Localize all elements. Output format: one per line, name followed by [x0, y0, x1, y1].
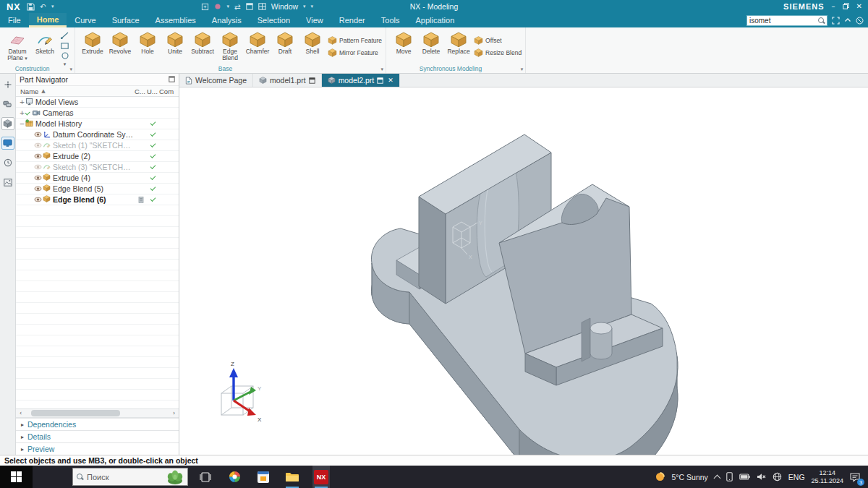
datum-plane-button[interactable]: Datum Plane ▾	[4, 29, 31, 62]
revolve-button[interactable]: Revolve	[106, 29, 134, 55]
weather-text[interactable]: 5°C Sunny	[672, 473, 708, 481]
close-button[interactable]: ✕	[856, 3, 862, 10]
image-gallery-icon[interactable]	[1, 176, 14, 189]
undock-panel-icon[interactable]	[169, 75, 175, 84]
visibility-eye-icon[interactable]	[34, 197, 42, 202]
tree-row[interactable]: Sketch (1) "SKETCH_000"	[16, 140, 179, 151]
tree-row[interactable]: −Model History	[16, 119, 179, 129]
tab-file[interactable]: File	[0, 13, 29, 27]
start-button[interactable]	[0, 466, 33, 488]
calendar-app-icon[interactable]	[255, 466, 272, 488]
hole-button[interactable]: Hole	[134, 29, 161, 55]
scrollbar-thumb[interactable]	[31, 410, 120, 416]
suppress-check-icon[interactable]	[150, 196, 156, 202]
suppress-check-icon[interactable]	[150, 174, 156, 180]
column-name[interactable]: Name	[20, 87, 38, 95]
tree-row-label[interactable]: Extrude (2)	[53, 152, 135, 160]
window-menu-label[interactable]: Window	[271, 2, 298, 11]
tab-home[interactable]: Home	[29, 13, 67, 27]
task-view-button[interactable]	[197, 466, 214, 488]
assembly-navigator-icon[interactable]	[1, 98, 14, 111]
command-finder[interactable]: isomet	[746, 15, 827, 26]
tree-row[interactable]: +Model Views	[16, 97, 179, 108]
section-preview[interactable]: ▸Preview	[16, 442, 179, 455]
tab-tools[interactable]: Tools	[373, 13, 408, 27]
document-tab-model1.prt[interactable]: model1.prt	[253, 74, 322, 87]
expander-icon[interactable]: −	[19, 120, 25, 127]
resize-blend-button[interactable]: Resize Blend	[474, 46, 522, 59]
horizontal-scrollbar[interactable]: ‹ ›	[16, 408, 179, 418]
tree-row-label[interactable]: Datum Coordinate Syste...	[53, 130, 135, 139]
tab-application[interactable]: Application	[407, 13, 462, 27]
part-navigator-icon[interactable]	[1, 117, 14, 130]
document-tab-model2.prt[interactable]: model2.prt✕	[322, 74, 400, 87]
suppress-check-icon[interactable]	[150, 120, 156, 126]
tree-row-label[interactable]: Sketch (3) "SKETCH_001"	[53, 163, 135, 171]
battery-icon[interactable]	[739, 474, 750, 480]
tree-row[interactable]: +Cameras	[16, 108, 179, 119]
suppress-check-icon[interactable]	[150, 153, 156, 158]
visibility-eye-icon[interactable]	[34, 142, 42, 148]
save-icon[interactable]	[27, 3, 35, 11]
section-details[interactable]: ▸Details	[16, 430, 179, 442]
tree-row-label[interactable]: Sketch (1) "SKETCH_000"	[53, 141, 135, 150]
tree-row[interactable]: Extrude (2)	[16, 151, 179, 162]
tab-assemblies[interactable]: Assemblies	[148, 13, 204, 27]
tree-row[interactable]: Edge Blend (5)	[16, 184, 179, 194]
tree-row[interactable]: Extrude (4)	[16, 173, 179, 184]
document-tab-welcome-page[interactable]: Welcome Page	[179, 74, 253, 87]
restore-button[interactable]	[843, 3, 849, 11]
new-window-icon[interactable]	[246, 3, 253, 10]
move-button[interactable]: Move	[390, 29, 417, 55]
window-layout-icon[interactable]	[258, 3, 266, 10]
weather-icon[interactable]	[655, 471, 665, 482]
tree-row[interactable]: Datum Coordinate Syste...	[16, 129, 179, 140]
tab-curve[interactable]: Curve	[67, 13, 103, 27]
taskbar-search[interactable]: Поиск	[72, 468, 188, 486]
taskbar-search-placeholder[interactable]: Поиск	[87, 473, 163, 481]
window-menu-caret[interactable]: ▾	[303, 4, 306, 9]
profile-icon[interactable]	[61, 31, 69, 40]
tray-expand-icon[interactable]	[713, 474, 720, 481]
tab-selection[interactable]: Selection	[250, 13, 298, 27]
volume-muted-icon[interactable]	[757, 473, 766, 481]
tree-row-label[interactable]: Model Views	[35, 98, 135, 106]
delete-button[interactable]: Delete	[417, 29, 445, 55]
document-tab-label[interactable]: Welcome Page	[195, 76, 247, 85]
minimize-ribbon-icon[interactable]	[844, 17, 851, 23]
replace-button[interactable]: Replace	[445, 29, 472, 55]
microsoft-365-icon[interactable]	[226, 466, 243, 488]
window-pin-icon[interactable]	[377, 77, 383, 84]
shell-button[interactable]: Shell	[299, 29, 326, 55]
expander-icon[interactable]: +	[19, 98, 25, 106]
circle-icon[interactable]	[61, 51, 69, 60]
phone-link-icon[interactable]	[726, 472, 733, 481]
tab-render[interactable]: Render	[331, 13, 373, 27]
group-dialog-caret[interactable]: ▾	[69, 67, 72, 72]
sketch-button[interactable]: Sketch	[31, 29, 59, 55]
history-icon[interactable]	[1, 156, 14, 169]
document-tab-label[interactable]: model2.prt	[339, 76, 375, 85]
touch-menu-caret[interactable]: ▾	[226, 4, 229, 9]
section-dependencies[interactable]: ▸Dependencies	[16, 418, 179, 430]
tab-surface[interactable]: Surface	[104, 13, 148, 27]
fullscreen-icon[interactable]	[832, 17, 840, 25]
minimize-button[interactable]: –	[832, 3, 835, 10]
nx-taskbar-icon[interactable]: NX	[312, 466, 330, 488]
command-finder-value[interactable]: isomet	[749, 17, 818, 25]
tree-row-label[interactable]: Extrude (4)	[53, 174, 135, 182]
qat-overflow-caret[interactable]: ▾	[311, 4, 314, 9]
copy-display-icon[interactable]	[201, 3, 209, 11]
visibility-eye-icon[interactable]	[34, 164, 42, 170]
visibility-eye-icon[interactable]	[34, 186, 42, 192]
rectangle-icon[interactable]	[61, 41, 69, 50]
visibility-eye-icon[interactable]	[34, 153, 42, 159]
graphics-window[interactable]: Y X	[179, 74, 868, 455]
offset-button[interactable]: Offset	[474, 34, 522, 46]
column-u[interactable]: U...	[147, 87, 159, 95]
window-pin-icon[interactable]	[309, 77, 315, 84]
subtract-button[interactable]: Subtract	[189, 29, 216, 55]
close-tab-icon[interactable]: ✕	[388, 77, 393, 84]
group-dialog-caret[interactable]: ▾	[521, 67, 524, 72]
chamfer-button[interactable]: Chamfer	[244, 29, 271, 55]
